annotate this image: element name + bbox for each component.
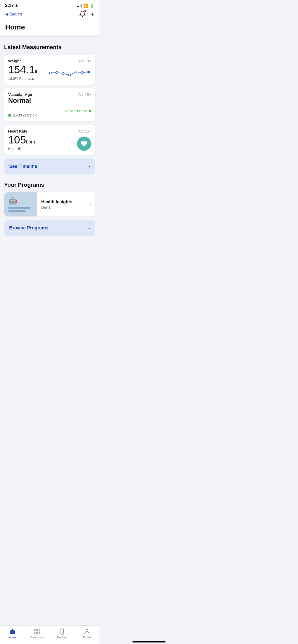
weight-title: Weight	[8, 59, 21, 63]
heartrate-card-header: Heart Rate Apr 15 ›	[8, 129, 91, 134]
vascular-range: 26-30 years old	[13, 113, 37, 117]
thumb-line-1	[8, 207, 31, 209]
nav-bar: ◀ Search +	[0, 9, 99, 21]
back-chevron-icon: ◀	[5, 12, 8, 17]
timeline-chevron-icon: ›	[88, 164, 90, 169]
heart-icon	[80, 140, 88, 147]
programs-header: Your Programs	[4, 182, 95, 188]
program-thumbnail: 🤖	[4, 192, 37, 216]
svg-point-9	[71, 110, 73, 112]
separator	[0, 35, 99, 38]
heartrate-sub: High HR	[8, 147, 35, 151]
vascular-date: Apr 15 ›	[78, 92, 91, 97]
weight-card-body: 154.1lb 13.8% Fat mass	[8, 63, 91, 81]
svg-point-0	[49, 72, 51, 74]
heartrate-info: 105bpm High HR	[8, 134, 35, 151]
browse-programs-button[interactable]: Browse Programs ›	[4, 220, 95, 236]
back-label: Search	[9, 12, 22, 17]
weight-value: 154.1lb	[8, 64, 38, 76]
vascular-title-group: Vascular Age Normal	[8, 92, 32, 105]
weight-date: Apr 18 ›	[78, 59, 91, 63]
vascular-status: Normal	[8, 97, 32, 105]
svg-point-2	[62, 72, 64, 75]
notification-dot	[84, 10, 87, 12]
back-button[interactable]: ◀ Search	[5, 12, 22, 17]
heartrate-chevron-icon: ›	[90, 129, 91, 134]
svg-point-1	[56, 71, 58, 74]
vascular-card[interactable]: Vascular Age Normal Apr 15 › 26-30 years…	[4, 88, 95, 121]
svg-point-8	[65, 110, 67, 112]
program-card[interactable]: 🤖 Health Insights Day 1 ›	[4, 192, 95, 216]
notification-button[interactable]	[79, 10, 86, 18]
program-info: Health Insights Day 1 ›	[37, 192, 95, 216]
svg-point-4	[75, 71, 77, 73]
vascular-info: 26-30 years old	[8, 112, 37, 117]
svg-point-5	[81, 71, 83, 74]
program-thumb-icon: 🤖	[8, 196, 33, 205]
svg-point-10	[77, 110, 79, 112]
weight-chevron-icon: ›	[90, 59, 91, 63]
see-timeline-button[interactable]: See Timeline ›	[4, 158, 95, 174]
weight-info: 154.1lb 13.8% Fat mass	[8, 63, 38, 81]
vascular-chevron-icon: ›	[90, 92, 91, 97]
program-title: Health Insights	[41, 199, 72, 204]
thumb-lines	[8, 207, 33, 212]
vascular-title: Vascular Age	[8, 92, 32, 97]
weight-chart	[38, 65, 91, 81]
heartrate-icon-area	[35, 137, 91, 151]
signal-icon	[77, 4, 82, 7]
main-content: Latest Measurements Weight Apr 18 › 154.…	[0, 38, 99, 236]
green-dot-icon	[8, 114, 11, 117]
vascular-card-body: 26-30 years old	[8, 105, 91, 117]
browse-label: Browse Programs	[9, 225, 48, 231]
status-bar: 2:17 📶 🔋	[0, 0, 99, 9]
heartrate-card[interactable]: Heart Rate Apr 15 › 105bpm High HR	[4, 125, 95, 155]
page-title-bar: Home	[0, 21, 99, 35]
programs-section: Your Programs 🤖 Health Insights Day 1 ›	[4, 182, 95, 236]
wifi-icon: 📶	[83, 3, 88, 8]
status-icons: 📶 🔋	[77, 3, 94, 8]
weight-card[interactable]: Weight Apr 18 › 154.1lb 13.8% Fat mass	[4, 55, 95, 85]
vascular-chart	[37, 105, 91, 117]
timeline-label: See Timeline	[9, 164, 37, 169]
browse-chevron-icon: ›	[88, 225, 90, 231]
weight-chart-svg	[48, 65, 91, 81]
weight-card-header: Weight Apr 18 ›	[8, 59, 91, 63]
vascular-badge: 26-30 years old	[8, 113, 37, 117]
heartrate-value: 105bpm	[8, 134, 35, 146]
program-thumb-inner: 🤖	[8, 196, 33, 212]
status-time: 2:17	[5, 3, 18, 8]
svg-point-3	[69, 74, 71, 76]
svg-point-6	[88, 71, 90, 73]
heartrate-card-body: 105bpm High HR	[8, 134, 91, 151]
heartrate-title: Heart Rate	[8, 129, 27, 133]
heart-icon-circle	[77, 137, 91, 151]
add-button[interactable]: +	[90, 10, 94, 18]
thumb-line-2	[8, 210, 26, 212]
latest-measurements-header: Latest Measurements	[4, 44, 95, 51]
program-chevron-icon: ›	[89, 201, 91, 208]
program-sub: Day 1	[41, 205, 72, 209]
vascular-card-header: Vascular Age Normal Apr 15 ›	[8, 92, 91, 105]
vascular-chart-svg	[48, 105, 91, 117]
page-title: Home	[5, 23, 94, 31]
program-text: Health Insights Day 1	[41, 199, 72, 209]
battery-icon: 🔋	[90, 4, 94, 8]
nav-actions: +	[79, 10, 94, 18]
heartrate-date: Apr 15 ›	[78, 129, 91, 134]
svg-point-12	[89, 110, 91, 112]
location-icon	[15, 4, 18, 7]
svg-point-11	[84, 110, 86, 112]
bottom-spacer	[0, 241, 99, 264]
weight-sub: 13.8% Fat mass	[8, 77, 38, 81]
